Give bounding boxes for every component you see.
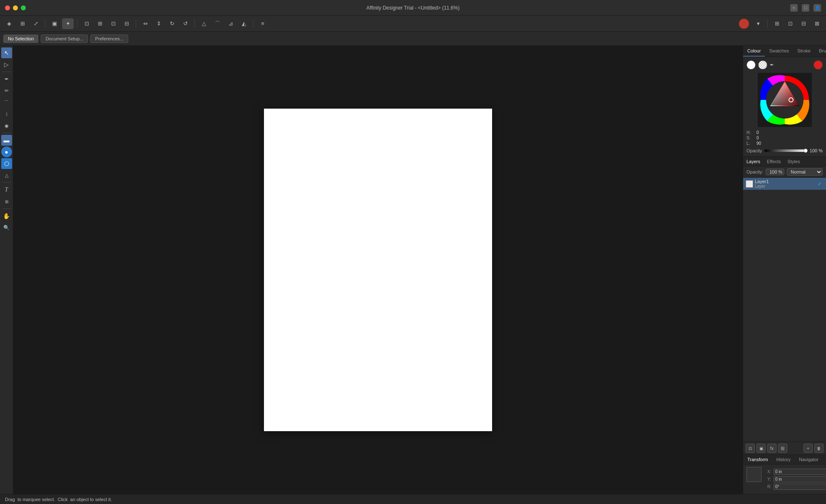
tab-colour[interactable]: Colour <box>743 46 765 57</box>
snap-custom-btn[interactable]: ⊠ <box>811 18 823 29</box>
frames-panel-icon[interactable]: ▣ <box>756 444 766 453</box>
vector-persona-btn[interactable]: ✦ <box>62 18 74 29</box>
status-text: Drag to marquee select. Click an object … <box>5 497 112 502</box>
tab-stroke[interactable]: Stroke <box>793 46 815 57</box>
share-icon[interactable]: ⤢ <box>30 18 42 29</box>
align-right-btn[interactable]: ⊡ <box>107 18 119 29</box>
r-label: R: <box>767 484 772 489</box>
link-panel-icon[interactable]: ⛓ <box>778 444 787 453</box>
brush-tool-btn[interactable]: ⌒ <box>1 97 12 108</box>
airplay-icon[interactable]: ⬡ <box>802 4 809 12</box>
grid-icon[interactable]: ⊞ <box>17 18 28 29</box>
flip-h-btn[interactable]: ⇔ <box>139 18 151 29</box>
right-panel: Colour Swatches Stroke Brushes ✒ <box>743 46 826 494</box>
layer-subname: Layer <box>755 184 816 189</box>
maximize-button[interactable] <box>21 5 26 10</box>
align-top-btn[interactable]: ⊟ <box>121 18 132 29</box>
h-value: 0 <box>756 130 759 135</box>
tab-swatches[interactable]: Swatches <box>765 46 793 57</box>
color-picker-swatch[interactable] <box>814 60 823 70</box>
tool-separator <box>2 133 11 133</box>
align-center-btn[interactable]: ⊞ <box>94 18 106 29</box>
drag-desc: to marquee select. <box>17 497 55 502</box>
layer-visibility-check[interactable]: ✓ <box>818 181 824 187</box>
artboard-tool-btn[interactable]: ⊞ <box>1 196 12 207</box>
share-icon[interactable]: ⎋ <box>790 4 798 12</box>
node-remove-btn[interactable]: ◭ <box>238 18 250 29</box>
preferences-btn[interactable]: Preferences... <box>90 35 128 43</box>
tab-history[interactable]: History <box>772 455 795 464</box>
node-smooth-btn[interactable]: ⌒ <box>211 18 223 29</box>
tab-layers[interactable]: Layers <box>743 157 764 166</box>
l-label: L: <box>746 141 755 146</box>
tool-separator <box>2 209 11 209</box>
opacity-slider[interactable] <box>764 149 807 152</box>
fill-swatch[interactable] <box>746 60 756 70</box>
add-layer-icon[interactable]: + <box>804 444 813 453</box>
titlebar-buttons[interactable] <box>5 5 26 10</box>
layers-opacity-input[interactable] <box>766 169 784 175</box>
no-selection-btn[interactable]: No Selection <box>3 35 38 43</box>
rectangle-tool-btn[interactable]: ▬ <box>1 135 12 146</box>
snap-guide-btn[interactable]: ⊟ <box>798 18 809 29</box>
align-distribute-btn[interactable]: ≡ <box>257 18 269 29</box>
context-toolbar: No Selection Document Setup... Preferenc… <box>0 32 826 46</box>
tab-styles[interactable]: Styles <box>784 157 803 166</box>
snap-grid-btn[interactable]: ⊞ <box>771 18 783 29</box>
pan-tool-btn[interactable]: ✋ <box>1 211 12 221</box>
node-corner-btn[interactable]: ⊿ <box>225 18 236 29</box>
text-tool-btn[interactable]: T <box>1 184 12 195</box>
layer-row[interactable]: Layer1 Layer ✓ <box>743 178 826 190</box>
move-tool-btn[interactable]: ↖ <box>1 47 12 58</box>
close-button[interactable] <box>5 5 10 10</box>
snap-node-btn[interactable]: ⊡ <box>784 18 796 29</box>
r-field[interactable] <box>774 484 826 490</box>
tab-brushes[interactable]: Brushes <box>815 46 826 57</box>
rotate-ccw-btn[interactable]: ↺ <box>179 18 191 29</box>
canvas-page <box>264 109 492 431</box>
delete-layer-icon[interactable]: 🗑 <box>814 444 824 453</box>
pencil-tool-btn[interactable]: ✏ <box>1 85 12 96</box>
fill-tool-btn[interactable]: ◉ <box>1 120 12 131</box>
layer-name: Layer1 <box>755 179 816 184</box>
blend-mode-select[interactable]: Normal <box>787 168 823 176</box>
y-label: Y: <box>767 477 772 482</box>
ellipse-tool-btn[interactable]: ● <box>1 146 12 157</box>
x-field[interactable] <box>774 469 826 475</box>
layers-panel-icon[interactable]: ⊡ <box>746 444 755 453</box>
minimize-button[interactable] <box>13 5 18 10</box>
align-left-btn[interactable]: ⊡ <box>81 18 92 29</box>
document-setup-btn[interactable]: Document Setup... <box>41 35 88 43</box>
tab-effects[interactable]: Effects <box>764 157 784 166</box>
node-add-btn[interactable]: △ <box>198 18 210 29</box>
pen-tool-btn[interactable]: ✒ <box>1 74 12 84</box>
node-tool-btn[interactable]: ▷ <box>1 59 12 70</box>
canvas-area[interactable] <box>13 46 743 494</box>
polygon-tool-btn[interactable]: ⬡ <box>1 158 12 169</box>
zoom-tool-btn[interactable]: 🔍 <box>1 222 12 233</box>
app-icon[interactable]: ◈ <box>3 18 15 29</box>
opacity-row: Opacity 100 % <box>746 148 823 153</box>
person-icon[interactable]: 👤 <box>814 4 821 12</box>
opacity-label: Opacity <box>746 148 762 153</box>
stroke-swatch[interactable] <box>758 60 767 70</box>
triangle-tool-btn[interactable]: △ <box>1 170 12 181</box>
color-fill-btn[interactable] <box>739 19 749 29</box>
color-wheel[interactable] <box>758 73 812 127</box>
h-label: H: <box>746 130 755 135</box>
y-field[interactable] <box>774 476 826 482</box>
tab-transform[interactable]: Transform <box>743 455 772 464</box>
left-toolbar: ↖ ▷ ✒ ✏ ⌒ ⟟ ◉ ▬ ● ⬡ △ T ⊞ ✋ 🔍 <box>0 46 13 494</box>
flip-v-btn[interactable]: ⇕ <box>153 18 164 29</box>
rotate-cw-btn[interactable]: ↻ <box>166 18 178 29</box>
bottom-panel-tabs: Transform History Navigator <box>743 455 826 464</box>
fx-panel-icon[interactable]: fx <box>767 444 776 453</box>
opacity-thumb <box>804 149 808 153</box>
pixel-persona-btn[interactable]: ▣ <box>49 18 60 29</box>
tab-navigator[interactable]: Navigator <box>795 455 823 464</box>
layers-opacity-row: Opacity: Normal <box>743 166 826 178</box>
paint-brush-tool-btn[interactable]: ⟟ <box>1 109 12 119</box>
color-options-btn[interactable]: ▾ <box>752 18 764 29</box>
click-desc: an object to select it. <box>70 497 112 502</box>
separator <box>767 20 768 28</box>
